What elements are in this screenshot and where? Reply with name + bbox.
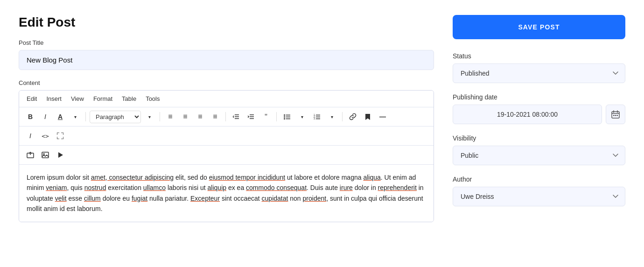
align-center-button[interactable]: ≡ <box>179 110 192 123</box>
paragraph-select[interactable]: Paragraph Heading 1 Heading 2 Heading 3 <box>90 111 141 123</box>
menu-edit[interactable]: Edit <box>27 94 37 103</box>
indent-decrease-button[interactable] <box>230 110 243 123</box>
separator-2 <box>160 112 160 121</box>
editor-wrapper: Edit Insert View Format Table Tools B I … <box>19 90 434 222</box>
publishing-date-section: Publishing date <box>453 93 625 124</box>
menu-format[interactable]: Format <box>93 94 112 103</box>
author-label: Author <box>453 176 625 183</box>
title-label: Post Title <box>19 39 434 46</box>
bullet-list-button[interactable] <box>280 110 294 123</box>
image-upload-button[interactable] <box>24 148 37 162</box>
italic2-button[interactable]: I <box>24 129 37 142</box>
visibility-select[interactable]: Public Private Password Protected <box>453 146 625 165</box>
status-select[interactable]: Published Draft Pending Review <box>453 63 625 83</box>
toolbar-row-1: B I A ▾ Paragraph Heading 1 Heading 2 He… <box>19 107 434 126</box>
code-inline-button[interactable]: <> <box>39 129 52 142</box>
editor-text: Lorem ipsum dolor sit amet, consectetur … <box>27 174 424 212</box>
content-label: Content <box>19 79 434 86</box>
svg-rect-27 <box>615 115 616 116</box>
align-right-button[interactable]: ≡ <box>194 110 207 123</box>
date-row <box>453 105 625 124</box>
separator-1 <box>85 112 86 121</box>
toolbar-row-2: I <> <box>19 126 434 146</box>
indent-increase-button[interactable] <box>245 110 258 123</box>
save-post-button[interactable]: SAVE POST <box>453 15 625 39</box>
content-field-group: Content Edit Insert View Format Table To… <box>19 79 434 222</box>
editor-content-area[interactable]: Lorem ipsum dolor sit amet, consectetur … <box>19 165 434 222</box>
svg-point-10 <box>284 118 285 119</box>
title-field-group: Post Title <box>19 39 434 79</box>
calendar-button[interactable] <box>606 105 625 124</box>
image-button[interactable] <box>39 148 52 162</box>
numbered-list-button[interactable]: 1.2.3. <box>310 110 323 123</box>
link-button[interactable] <box>346 110 359 123</box>
svg-text:3.: 3. <box>314 117 315 120</box>
toolbar-row-3 <box>19 146 434 165</box>
visibility-label: Visibility <box>453 134 625 142</box>
publishing-date-input[interactable] <box>453 105 602 124</box>
svg-rect-26 <box>613 115 615 116</box>
menu-insert[interactable]: Insert <box>46 94 62 103</box>
editor-menubar: Edit Insert View Format Table Tools <box>19 91 434 107</box>
numbered-list-chevron[interactable]: ▾ <box>325 110 338 123</box>
publishing-date-label: Publishing date <box>453 93 625 101</box>
blockquote-button[interactable]: " <box>259 110 273 123</box>
paragraph-chevron[interactable]: ▾ <box>143 110 156 123</box>
svg-marker-21 <box>58 152 63 158</box>
align-justify-button[interactable]: ≡ <box>209 110 222 123</box>
hr-button[interactable]: — <box>376 110 389 123</box>
media-button[interactable] <box>54 148 67 162</box>
menu-table[interactable]: Table <box>122 94 136 103</box>
italic-button[interactable]: I <box>39 110 52 123</box>
menu-view[interactable]: View <box>71 94 84 103</box>
visibility-section: Visibility Public Private Password Prote… <box>453 134 625 165</box>
sidebar: SAVE POST Status Published Draft Pending… <box>453 15 625 252</box>
svg-point-8 <box>284 116 285 118</box>
separator-3 <box>225 112 226 121</box>
fullscreen-button[interactable] <box>54 129 67 142</box>
bookmark-button[interactable] <box>361 110 374 123</box>
bullet-list-chevron[interactable]: ▾ <box>295 110 308 123</box>
status-section: Status Published Draft Pending Review <box>453 52 625 83</box>
menu-tools[interactable]: Tools <box>146 94 160 103</box>
svg-rect-19 <box>42 152 49 158</box>
author-section: Author Uwe Dreiss Admin <box>453 176 625 206</box>
post-title-input[interactable] <box>19 50 434 70</box>
svg-rect-28 <box>617 115 618 116</box>
page-title: Edit Post <box>19 15 434 30</box>
separator-5 <box>342 112 343 121</box>
text-color-chevron[interactable]: ▾ <box>69 110 82 123</box>
status-label: Status <box>453 52 625 60</box>
align-left-button[interactable]: ≡ <box>164 110 177 123</box>
main-content: Edit Post Post Title Content Edit Insert… <box>19 15 434 252</box>
bold-button[interactable]: B <box>24 110 37 123</box>
svg-point-6 <box>284 114 285 116</box>
author-select[interactable]: Uwe Dreiss Admin <box>453 187 625 206</box>
separator-4 <box>276 112 277 121</box>
underline-color-button[interactable]: A <box>54 110 67 123</box>
